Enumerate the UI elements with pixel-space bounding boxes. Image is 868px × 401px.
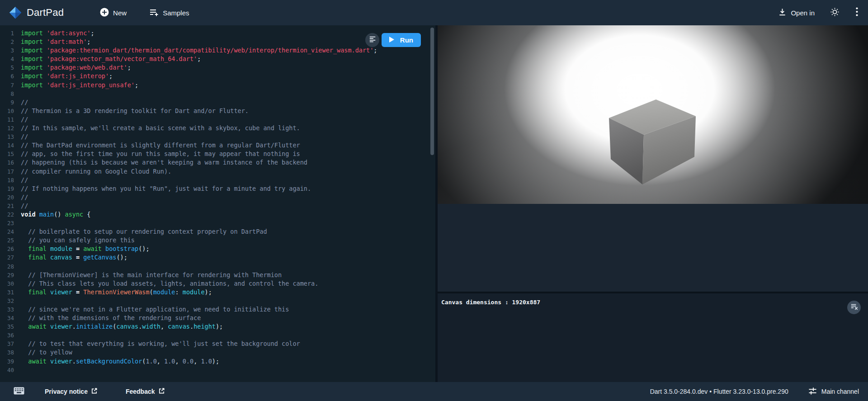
- code-line[interactable]: // In this sample, we'll create a basic …: [21, 124, 429, 132]
- code-line[interactable]: // since we're not in a Flutter applicat…: [21, 305, 429, 314]
- statusbar-right: Dart 3.5.0-284.0.dev • Flutter 3.23.0-13…: [650, 387, 868, 396]
- code-line[interactable]: [21, 262, 429, 271]
- new-button-label: New: [113, 9, 127, 17]
- code-line[interactable]: import 'dart:js_interop_unsafe';: [21, 81, 429, 90]
- code-line[interactable]: // to test that everything is working, w…: [21, 340, 429, 348]
- code-line[interactable]: import 'dart:js_interop';: [21, 72, 429, 80]
- line-number: 14: [0, 141, 14, 150]
- line-number: 26: [0, 245, 14, 253]
- code-line[interactable]: void main() async {: [21, 210, 429, 219]
- code-line[interactable]: //: [21, 202, 429, 210]
- new-button[interactable]: New: [100, 8, 127, 18]
- line-number: 5: [0, 63, 14, 72]
- line-number: 33: [0, 305, 14, 314]
- code-line[interactable]: //: [21, 176, 429, 184]
- line-number: 29: [0, 271, 14, 279]
- sun-icon: [830, 7, 840, 19]
- line-number: 12: [0, 124, 14, 132]
- code-line[interactable]: import 'package:web/web.dart';: [21, 63, 429, 72]
- channel-selector-button[interactable]: Main channel: [808, 387, 859, 396]
- code-line[interactable]: // you can safely ignore this: [21, 236, 429, 245]
- line-number: 39: [0, 357, 14, 366]
- run-button[interactable]: Run: [382, 33, 421, 47]
- code-line[interactable]: // If nothing happens when you hit "Run"…: [21, 184, 429, 193]
- overflow-menu-button[interactable]: [853, 7, 861, 18]
- line-number: 18: [0, 176, 14, 184]
- line-number: 40: [0, 366, 14, 374]
- code-line[interactable]: //: [21, 193, 429, 202]
- console-output-text: Canvas dimensions : 868x401: [438, 293, 868, 306]
- tune-icon: [808, 387, 817, 396]
- code-line[interactable]: // to yellow: [21, 348, 429, 357]
- code-line[interactable]: //: [21, 98, 429, 107]
- code-line[interactable]: // This class lets you load assets, ligh…: [21, 279, 429, 288]
- line-number: 30: [0, 279, 14, 288]
- code-line[interactable]: [21, 90, 429, 98]
- line-number: 11: [0, 115, 14, 124]
- samples-button-label: Samples: [163, 9, 189, 17]
- plus-circle-icon: [100, 8, 109, 18]
- code-line[interactable]: [21, 219, 429, 227]
- code-line[interactable]: final canvas = getCanvas();: [21, 253, 429, 262]
- open-in-button[interactable]: Open in: [778, 8, 815, 18]
- feedback-link[interactable]: Feedback: [126, 387, 165, 396]
- code-line[interactable]: [21, 331, 429, 340]
- line-number: 10: [0, 107, 14, 115]
- brand: DartPad: [0, 6, 64, 19]
- code-line[interactable]: // Thermion is a 3D rendering toolkit fo…: [21, 107, 429, 115]
- line-numbers: 1234567891011121314151617181920212223242…: [0, 29, 17, 382]
- keyboard-shortcuts-button[interactable]: [14, 387, 24, 396]
- keyboard-icon: [14, 387, 24, 396]
- line-number: 9: [0, 98, 14, 107]
- code-line[interactable]: // app, so the first time you run this s…: [21, 150, 429, 158]
- line-number: 22: [0, 210, 14, 219]
- code-line[interactable]: //: [21, 115, 429, 124]
- brightness-toggle-button[interactable]: [830, 7, 840, 19]
- code-line[interactable]: import 'package:vector_math/vector_math_…: [21, 55, 429, 63]
- samples-button[interactable]: Samples: [149, 8, 189, 18]
- rendered-3d-canvas[interactable]: [438, 25, 868, 204]
- status-bar: Privacy notice Feedback Dart 3.5.0-2: [0, 382, 868, 401]
- editor-scrollbar-thumb[interactable]: [430, 28, 434, 155]
- rendered-cube: [609, 99, 698, 188]
- privacy-notice-link[interactable]: Privacy notice: [45, 387, 98, 396]
- code-line[interactable]: // [ThermionViewer] is the main interfac…: [21, 271, 429, 279]
- line-number: 34: [0, 314, 14, 322]
- line-number: 38: [0, 348, 14, 357]
- format-code-button[interactable]: [365, 33, 379, 47]
- line-number: 2: [0, 38, 14, 46]
- line-number: 3: [0, 46, 14, 55]
- channel-label: Main channel: [821, 388, 859, 395]
- play-icon: [389, 36, 394, 44]
- code-line[interactable]: import 'package:thermion_dart/thermion_d…: [21, 46, 429, 55]
- line-number: 16: [0, 158, 14, 167]
- code-line[interactable]: // boilerplate to setup our rendering co…: [21, 227, 429, 236]
- code-line[interactable]: await viewer.setBackgroundColor(1.0, 1.0…: [21, 357, 429, 366]
- code-line[interactable]: final module = await bootstrap();: [21, 245, 429, 253]
- code-line[interactable]: [21, 297, 429, 305]
- line-number: 37: [0, 340, 14, 348]
- line-number: 24: [0, 227, 14, 236]
- clear-console-button[interactable]: [847, 301, 861, 314]
- line-number: 23: [0, 219, 14, 227]
- code-line[interactable]: [21, 366, 429, 374]
- line-number: 13: [0, 132, 14, 141]
- feedback-label: Feedback: [126, 388, 155, 395]
- open-in-label: Open in: [791, 9, 815, 17]
- playlist-add-icon: [149, 8, 159, 18]
- line-number: 21: [0, 202, 14, 210]
- code-line[interactable]: // The DartPad environment is slightly d…: [21, 141, 429, 150]
- topbar-actions: Open in: [778, 7, 868, 19]
- line-number: 19: [0, 184, 14, 193]
- code-line[interactable]: await viewer.initialize(canvas.width, ca…: [21, 322, 429, 331]
- code-line[interactable]: final viewer = ThermionViewerWasm(module…: [21, 288, 429, 297]
- code-line[interactable]: // with the dimensions of the rendering …: [21, 314, 429, 322]
- code-line[interactable]: //: [21, 132, 429, 141]
- code-line[interactable]: // compiler running on Google Cloud Run)…: [21, 167, 429, 176]
- format-align-icon: [369, 36, 376, 45]
- code-editor-panel[interactable]: 1234567891011121314151617181920212223242…: [0, 25, 435, 382]
- code-line[interactable]: // happening (this is because we aren't …: [21, 158, 429, 167]
- sdk-version-text: Dart 3.5.0-284.0.dev • Flutter 3.23.0-13…: [650, 388, 788, 395]
- code-content[interactable]: import 'dart:async';import 'dart:math';i…: [17, 29, 429, 382]
- line-number: 20: [0, 193, 14, 202]
